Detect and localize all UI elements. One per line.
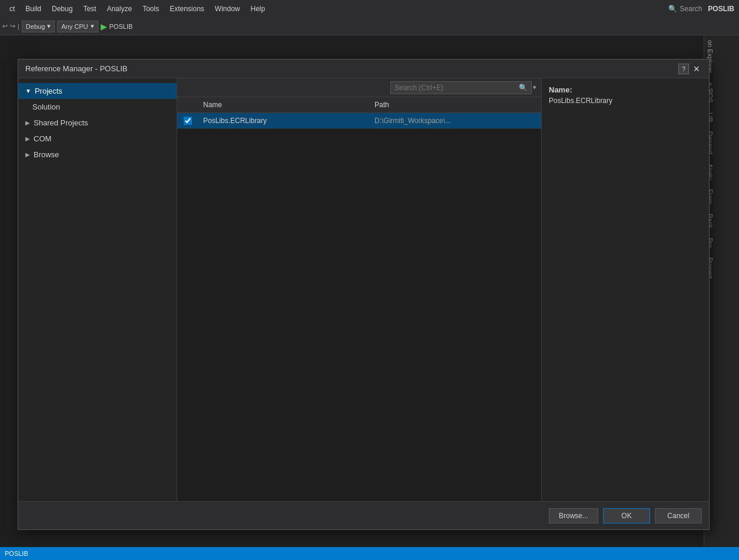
info-name-label: Name: bbox=[549, 85, 702, 94]
menu-ct[interactable]: ct bbox=[5, 2, 19, 15]
menu-analyze[interactable]: Analyze bbox=[102, 2, 137, 15]
projects-arrow: ▼ bbox=[25, 88, 31, 94]
nav-solution-label: Solution bbox=[32, 102, 60, 111]
platform-arrow: ▾ bbox=[91, 22, 94, 30]
info-panel: Name: PosLibs.ECRLibrary bbox=[541, 78, 709, 501]
nav-panel: ▼ Projects Solution ▶ Shared Projects ▶ … bbox=[18, 78, 177, 501]
nav-shared-projects-label: Shared Projects bbox=[34, 118, 88, 127]
debug-config-label: Debug bbox=[26, 23, 45, 30]
run-target-label: POSLIB bbox=[110, 23, 133, 30]
reference-table: Name Path PosLibs.ECRLibrary D:\Girmiti_… bbox=[177, 97, 541, 501]
col-header-checkbox bbox=[177, 100, 198, 110]
statusbar-text: POSLIB bbox=[5, 550, 28, 557]
menubar-title: POSLIB bbox=[708, 5, 734, 13]
table-header: Name Path bbox=[177, 97, 541, 113]
col-header-path: Path bbox=[370, 100, 541, 110]
row-check-input[interactable] bbox=[184, 117, 192, 125]
menubar-search-label[interactable]: Search bbox=[680, 5, 702, 13]
browse-button[interactable]: Browse... bbox=[549, 508, 598, 523]
menu-build[interactable]: Build bbox=[21, 2, 46, 15]
nav-browse-label: Browse bbox=[34, 150, 59, 159]
menu-window[interactable]: Window bbox=[210, 2, 245, 15]
table-row[interactable]: PosLibs.ECRLibrary D:\Girmiti_Workspace\… bbox=[177, 113, 541, 129]
help-button[interactable]: ? bbox=[678, 64, 689, 74]
run-button[interactable]: ▶ bbox=[101, 22, 107, 31]
dialog-footer: Browse... OK Cancel bbox=[18, 501, 709, 529]
row-name: PosLibs.ECRLibrary bbox=[198, 115, 370, 126]
nav-item-browse[interactable]: ▶ Browse bbox=[18, 147, 177, 163]
menu-tools[interactable]: Tools bbox=[138, 2, 164, 15]
undo-button[interactable]: ↩ bbox=[2, 22, 8, 30]
com-arrow: ▶ bbox=[25, 135, 30, 142]
row-path: D:\Girmiti_Workspace\... bbox=[370, 115, 541, 126]
nav-item-com[interactable]: ▶ COM bbox=[18, 131, 177, 147]
dialog-titlebar: Reference Manager - POSLIB ? ✕ bbox=[18, 59, 709, 78]
redo-button[interactable]: ↪ bbox=[10, 22, 15, 30]
row-checkbox[interactable] bbox=[177, 117, 198, 125]
nav-com-label: COM bbox=[34, 134, 51, 143]
browse-arrow: ▶ bbox=[25, 151, 30, 158]
toolbar-separator: | bbox=[18, 23, 19, 30]
menubar-search-area: 🔍 Search bbox=[668, 5, 702, 13]
dialog-overlay: Reference Manager - POSLIB ? ✕ ▼ Project… bbox=[0, 35, 739, 560]
debug-config-dropdown[interactable]: Debug ▾ bbox=[22, 21, 55, 32]
col-header-name: Name bbox=[198, 100, 370, 110]
menu-help[interactable]: Help bbox=[246, 2, 270, 15]
dialog-body: ▼ Projects Solution ▶ Shared Projects ▶ … bbox=[18, 78, 709, 501]
menu-test[interactable]: Test bbox=[78, 2, 101, 15]
close-button[interactable]: ✕ bbox=[691, 64, 702, 74]
nav-item-shared-projects[interactable]: ▶ Shared Projects bbox=[18, 115, 177, 131]
search-box[interactable]: 🔍 bbox=[390, 81, 532, 94]
menubar: ct Build Debug Test Analyze Tools Extens… bbox=[0, 0, 739, 18]
info-name-value: PosLibs.ECRLibrary bbox=[549, 97, 702, 105]
shared-projects-arrow: ▶ bbox=[25, 120, 30, 126]
nav-projects-label: Projects bbox=[35, 87, 62, 95]
nav-item-solution[interactable]: Solution bbox=[18, 99, 177, 115]
nav-item-projects[interactable]: ▼ Projects bbox=[18, 83, 177, 99]
menu-extensions[interactable]: Extensions bbox=[165, 2, 209, 15]
cancel-button[interactable]: Cancel bbox=[655, 508, 702, 523]
platform-dropdown[interactable]: Any CPU ▾ bbox=[57, 21, 98, 32]
reference-manager-dialog: Reference Manager - POSLIB ? ✕ ▼ Project… bbox=[18, 59, 710, 530]
titlebar-buttons: ? ✕ bbox=[678, 64, 702, 74]
search-dropdown-arrow[interactable]: ▾ bbox=[533, 84, 536, 91]
debug-config-arrow: ▾ bbox=[47, 22, 51, 30]
menu-debug[interactable]: Debug bbox=[47, 2, 77, 15]
ok-button[interactable]: OK bbox=[603, 508, 650, 523]
statusbar: POSLIB bbox=[0, 547, 739, 560]
dialog-title: Reference Manager - POSLIB bbox=[25, 64, 127, 73]
content-panel: 🔍 ▾ Name Path PosLibs.ECRL bbox=[177, 78, 541, 501]
content-search-bar: 🔍 ▾ bbox=[177, 78, 541, 97]
search-icon: 🔍 bbox=[519, 84, 528, 92]
search-input[interactable] bbox=[395, 84, 516, 92]
toolbar: ↩ ↪ | Debug ▾ Any CPU ▾ ▶ POSLIB bbox=[0, 18, 739, 35]
platform-label: Any CPU bbox=[61, 23, 88, 30]
search-icon: 🔍 bbox=[668, 5, 677, 13]
